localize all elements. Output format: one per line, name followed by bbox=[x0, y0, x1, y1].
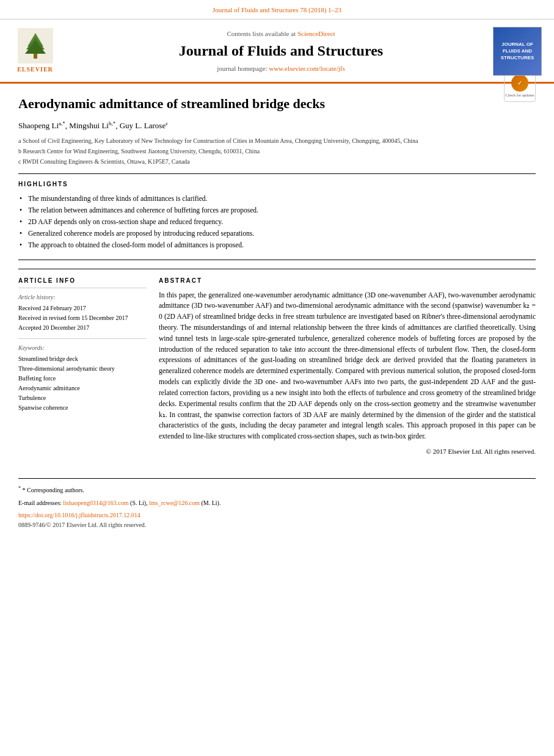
highlight-item-4: Generalized coherence models are propose… bbox=[18, 228, 536, 238]
keyword-2: Three-dimensional aerodynamic theory bbox=[18, 365, 147, 373]
contents-available-line: Contents lists available at ScienceDirec… bbox=[69, 29, 493, 38]
highlight-item-3: 2D AAF depends only on cross-section sha… bbox=[18, 217, 536, 227]
journal-cover-image: JOURNAL OF FLUIDS AND STRUCTURES bbox=[493, 27, 542, 76]
keyword-6: Spanwise coherence bbox=[18, 404, 147, 412]
highlights-list: The misunderstanding of three kinds of a… bbox=[18, 194, 536, 250]
email-label: E-mail addresses: bbox=[18, 500, 62, 506]
received-date: Received 24 February 2017 bbox=[18, 304, 147, 313]
authors-line: Shaopeng Lia,*, Mingshui Lib,*, Guy L. L… bbox=[18, 120, 536, 132]
check-updates-label: Check for updates bbox=[505, 93, 534, 98]
main-content: ✓ Check for updates Aerodynamic admittan… bbox=[0, 84, 554, 469]
two-column-layout: ARTICLE INFO Article history: Received 2… bbox=[18, 269, 536, 457]
journal-header: ELSEVIER Contents lists available at Sci… bbox=[0, 20, 554, 84]
journal-homepage-line: journal homepage: www.elsevier.com/locat… bbox=[69, 64, 493, 73]
article-info-title: ARTICLE INFO bbox=[18, 277, 147, 288]
sciencedirect-link[interactable]: ScienceDirect bbox=[297, 30, 335, 37]
email2-link[interactable]: lms_rcwe@126.com bbox=[149, 500, 200, 506]
keyword-3: Buffeting force bbox=[18, 374, 147, 383]
abstract-text: In this paper, the generalized one-waven… bbox=[159, 290, 536, 442]
keyword-1: Streamlined bridge deck bbox=[18, 355, 147, 363]
homepage-url[interactable]: www.elsevier.com/locate/jfs bbox=[269, 65, 345, 72]
abstract-title: ABSTRACT bbox=[159, 277, 536, 285]
elsevier-logo: ELSEVIER bbox=[12, 28, 58, 74]
footer-section: * * Corresponding authors. E-mail addres… bbox=[18, 478, 536, 529]
highlight-item-2: The relation between admittances and coh… bbox=[18, 205, 536, 215]
homepage-label: journal homepage: bbox=[217, 65, 267, 72]
highlight-item-5: The approach to obtained the closed-form… bbox=[18, 240, 536, 250]
journal-header-left: ELSEVIER bbox=[12, 28, 69, 74]
elsevier-brand-text: ELSEVIER bbox=[17, 65, 53, 74]
author-mingshui: Mingshui Lib,*, bbox=[69, 121, 119, 130]
keyword-4: Aerodynamic admittance bbox=[18, 384, 147, 393]
received-revised-date: Received in revised form 15 December 201… bbox=[18, 314, 147, 322]
top-bar: Journal of Fluids and Structures 78 (201… bbox=[0, 0, 554, 20]
contents-available-text: Contents lists available at bbox=[227, 30, 296, 37]
rights-line: 0889-9746/© 2017 Elsevier Ltd. All right… bbox=[18, 521, 536, 529]
journal-title: Journal of Fluids and Structures bbox=[69, 41, 493, 62]
article-info-column: ARTICLE INFO Article history: Received 2… bbox=[18, 277, 147, 457]
highlights-section: HIGHLIGHTS The misunderstanding of three… bbox=[18, 173, 536, 260]
keywords-section: Keywords: Streamlined bridge deck Three-… bbox=[18, 338, 147, 412]
history-label: Article history: bbox=[18, 293, 147, 302]
affiliation-b: b Research Centre for Wind Engineering, … bbox=[18, 147, 536, 156]
check-updates-icon: ✓ bbox=[511, 75, 528, 92]
article-title: Aerodynamic admittance of streamlined br… bbox=[18, 95, 536, 114]
email-line: E-mail addresses: lishaopeng0314@163.com… bbox=[18, 499, 536, 507]
keyword-5: Turbulence bbox=[18, 394, 147, 402]
journal-reference-link[interactable]: Journal of Fluids and Structures 78 (201… bbox=[213, 6, 341, 13]
article-history: Article history: Received 24 February 20… bbox=[18, 293, 147, 332]
doi-link[interactable]: https://doi.org/10.1016/j.jfluidstructs.… bbox=[18, 511, 536, 520]
email1-link[interactable]: lishaopeng0314@163.com bbox=[63, 500, 128, 506]
page: Journal of Fluids and Structures 78 (201… bbox=[0, 0, 554, 756]
highlights-title: HIGHLIGHTS bbox=[18, 180, 536, 189]
email2-name: (M. Li). bbox=[202, 500, 221, 506]
author-shaopeng: Shaopeng Lia,*, bbox=[18, 121, 69, 130]
copyright-line: © 2017 Elsevier Ltd. All rights reserved… bbox=[159, 447, 536, 456]
highlight-item-1: The misunderstanding of three kinds of a… bbox=[18, 194, 536, 203]
keywords-label: Keywords: bbox=[18, 344, 147, 352]
email1-name: (S. Li), bbox=[130, 500, 148, 506]
affiliation-a: a School of Civil Engineering, Key Labor… bbox=[18, 136, 536, 145]
affiliations: a School of Civil Engineering, Key Labor… bbox=[18, 136, 536, 166]
corresponding-note: * * Corresponding authors. bbox=[18, 485, 536, 495]
accepted-date: Accepted 20 December 2017 bbox=[18, 324, 147, 332]
abstract-section: ABSTRACT In this paper, the generalized … bbox=[159, 277, 536, 457]
affiliation-c: c RWDI Consulting Engineers & Scientists… bbox=[18, 157, 536, 166]
cover-text: JOURNAL OF FLUIDS AND STRUCTURES bbox=[496, 41, 539, 62]
journal-center: Contents lists available at ScienceDirec… bbox=[69, 29, 493, 73]
author-guy: Guy L. Larosec bbox=[120, 121, 168, 130]
